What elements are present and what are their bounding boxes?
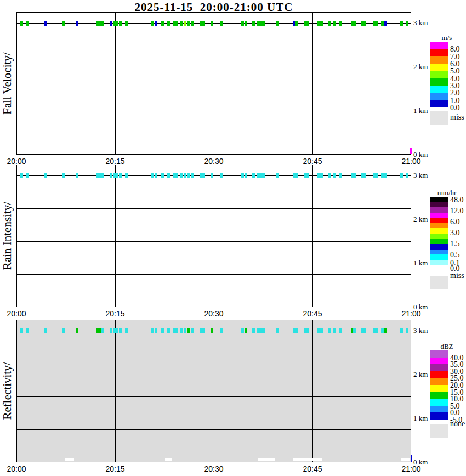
- data-mark: [220, 21, 223, 26]
- colorbar-band: [430, 207, 448, 213]
- data-mark: [252, 328, 255, 333]
- colorbar-band: [430, 378, 448, 385]
- data-mark: [245, 328, 247, 333]
- colorbar-band: [430, 385, 448, 392]
- data-mark: [167, 328, 170, 333]
- x-tick-label: 20:30: [204, 464, 223, 473]
- colorbar-extra-band: [430, 424, 448, 438]
- data-mark: [211, 173, 213, 178]
- mrr-quicklook-chart: 2025-11-15 20:00-21:00 UTC 3 km2 km1 km0…: [0, 0, 466, 476]
- data-mark: [180, 21, 183, 26]
- x-tick-label: 20:00: [7, 309, 26, 318]
- panel-reflectivity: [16, 320, 411, 462]
- surface-mark: [293, 458, 322, 461]
- data-mark: [241, 173, 244, 178]
- data-mark: [175, 21, 178, 26]
- data-mark: [167, 173, 170, 178]
- data-mark: [62, 173, 65, 178]
- data-mark: [44, 328, 47, 333]
- data-mark: [241, 328, 244, 333]
- colorbar-extra-band: [430, 276, 448, 289]
- data-mark: [241, 21, 244, 26]
- colorbar-extra-label: miss: [450, 113, 464, 122]
- colorbar-extra-band: [430, 111, 448, 125]
- data-mark: [191, 21, 194, 26]
- gridline-time: [312, 13, 313, 154]
- corner-mark: [411, 455, 412, 462]
- data-mark: [113, 328, 118, 333]
- data-mark: [328, 328, 331, 333]
- height-label: 3 km: [413, 19, 428, 27]
- colorbar-band: [430, 392, 448, 399]
- colorbar-band: [430, 412, 448, 420]
- data-mark: [110, 173, 112, 178]
- colorbar-tick-label: 12.0: [450, 207, 464, 216]
- colorbar-tick-label: 6.0: [450, 218, 460, 226]
- data-mark: [353, 173, 356, 178]
- surface-mark: [65, 458, 74, 461]
- surface-mark: [401, 458, 410, 461]
- data-mark: [295, 328, 298, 333]
- data-mark: [155, 173, 157, 178]
- data-mark: [76, 328, 78, 333]
- data-mark: [245, 21, 247, 26]
- colorbar-band: [430, 260, 448, 265]
- data-mark: [262, 173, 265, 178]
- data-mark: [184, 21, 186, 26]
- colorbar-band: [430, 364, 448, 371]
- data-mark: [406, 328, 408, 333]
- data-mark: [125, 21, 128, 26]
- gridline-time: [115, 13, 116, 154]
- data-mark: [353, 328, 356, 333]
- data-mark: [304, 173, 309, 178]
- data-mark: [76, 173, 78, 178]
- data-mark: [363, 21, 366, 26]
- panel-ylabel-fall-velocity: Fall Velocity/: [0, 12, 14, 155]
- colorbar-band: [430, 406, 448, 413]
- x-tick-label: 20:30: [204, 309, 223, 318]
- data-mark: [101, 328, 104, 333]
- data-mark: [200, 173, 205, 178]
- data-mark: [113, 21, 118, 26]
- data-mark: [295, 173, 298, 178]
- gridline-time: [214, 13, 214, 154]
- data-mark: [20, 21, 23, 26]
- data-mark: [381, 21, 384, 26]
- height-label: 2 km: [413, 215, 428, 224]
- colorbar-tick-label: 1.5: [450, 240, 460, 248]
- colorbar-band: [430, 71, 448, 78]
- data-mark: [151, 328, 154, 333]
- colorbar-extra-label: none: [450, 420, 465, 428]
- colorbar-band: [430, 254, 448, 260]
- data-mark: [191, 328, 194, 333]
- data-mark: [363, 328, 366, 333]
- surface-mark: [165, 458, 172, 461]
- data-mark: [180, 173, 183, 178]
- data-mark: [161, 21, 164, 26]
- colorbar-band: [430, 223, 448, 229]
- data-mark: [161, 173, 164, 178]
- data-mark: [76, 21, 78, 26]
- data-mark: [26, 173, 29, 178]
- colorbar-band: [430, 100, 448, 108]
- data-mark: [328, 21, 331, 26]
- data-mark: [406, 173, 408, 178]
- data-mark: [184, 173, 186, 178]
- colorbar-extra-label: miss: [450, 271, 464, 280]
- data-mark: [200, 21, 205, 26]
- data-mark: [110, 328, 112, 333]
- data-mark: [119, 328, 122, 333]
- data-mark: [276, 21, 279, 26]
- data-mark: [363, 173, 366, 178]
- colorbar-tick-label: 0.0: [450, 104, 460, 112]
- data-mark: [167, 21, 170, 26]
- data-mark: [175, 328, 178, 333]
- gridline-time: [312, 320, 313, 462]
- data-mark: [26, 21, 29, 26]
- data-mark: [339, 173, 342, 178]
- data-mark: [295, 21, 298, 26]
- colorbar-band: [430, 265, 448, 270]
- data-mark: [406, 21, 408, 26]
- colorbar-band: [430, 42, 448, 49]
- height-label: 3 km: [413, 171, 428, 180]
